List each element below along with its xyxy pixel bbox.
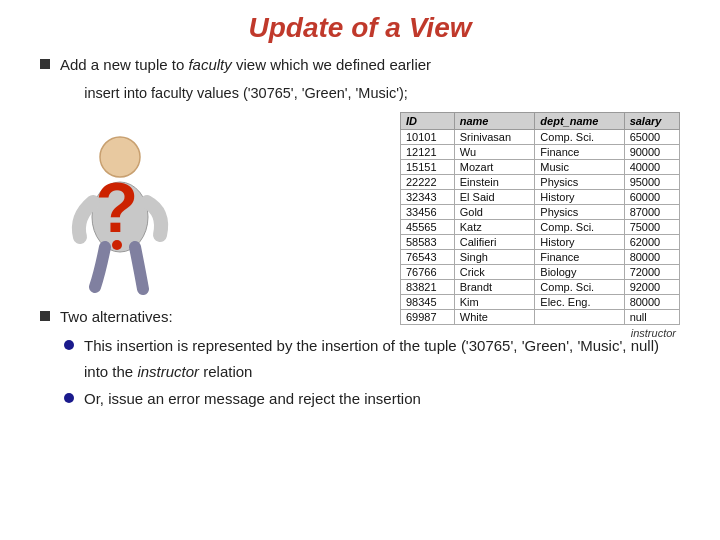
table-row: 12121WuFinance90000 bbox=[401, 145, 680, 160]
question-figure-svg: ? bbox=[55, 127, 185, 297]
table-row: 98345KimElec. Eng.80000 bbox=[401, 295, 680, 310]
table-container: ID name dept_name salary 10101Srinivasan… bbox=[400, 112, 680, 339]
bullet-square-1 bbox=[40, 59, 50, 69]
bullet-1: Add a new tuple to faculty view which we… bbox=[40, 54, 680, 77]
svg-point-3 bbox=[112, 240, 122, 250]
code-line: insert into faculty values ('30765', 'Gr… bbox=[60, 83, 680, 105]
bullet-square-2 bbox=[40, 311, 50, 321]
page-title: Update of a View bbox=[0, 0, 720, 54]
col-id: ID bbox=[401, 113, 455, 130]
table-row: 15151MozartMusic40000 bbox=[401, 160, 680, 175]
bullet-1-text: Add a new tuple to faculty view which we… bbox=[60, 54, 431, 77]
table-row: 22222EinsteinPhysics95000 bbox=[401, 175, 680, 190]
table-row: 76543SinghFinance80000 bbox=[401, 250, 680, 265]
sub-item-2: Or, issue an error message and reject th… bbox=[64, 388, 680, 411]
sub-bullets: This insertion is represented by the ins… bbox=[64, 335, 680, 411]
svg-text:?: ? bbox=[96, 169, 139, 247]
figure-container: ? bbox=[40, 122, 200, 302]
col-name: name bbox=[454, 113, 535, 130]
table-footer-label: instructor bbox=[400, 327, 680, 339]
bullet-circle-2 bbox=[64, 393, 74, 403]
table-row: 10101SrinivasanComp. Sci.65000 bbox=[401, 130, 680, 145]
table-row: 69987Whitenull bbox=[401, 310, 680, 325]
into-line: into the instructor relation bbox=[84, 361, 680, 384]
bullet-circle-1 bbox=[64, 340, 74, 350]
table-row: 58583CalifieriHistory62000 bbox=[401, 235, 680, 250]
instructor-table: ID name dept_name salary 10101Srinivasan… bbox=[400, 112, 680, 325]
table-row: 76766CrickBiology72000 bbox=[401, 265, 680, 280]
table-row: 83821BrandtComp. Sci.92000 bbox=[401, 280, 680, 295]
table-row: 45565KatzComp. Sci.75000 bbox=[401, 220, 680, 235]
col-salary: salary bbox=[624, 113, 679, 130]
table-row: 32343El SaidHistory60000 bbox=[401, 190, 680, 205]
table-row: 33456GoldPhysics87000 bbox=[401, 205, 680, 220]
col-dept: dept_name bbox=[535, 113, 624, 130]
sub-item-2-text: Or, issue an error message and reject th… bbox=[84, 388, 421, 411]
main-section: ? ID name dept_name salary 10101S bbox=[40, 112, 680, 302]
bullet-2-text: Two alternatives: bbox=[60, 306, 173, 329]
